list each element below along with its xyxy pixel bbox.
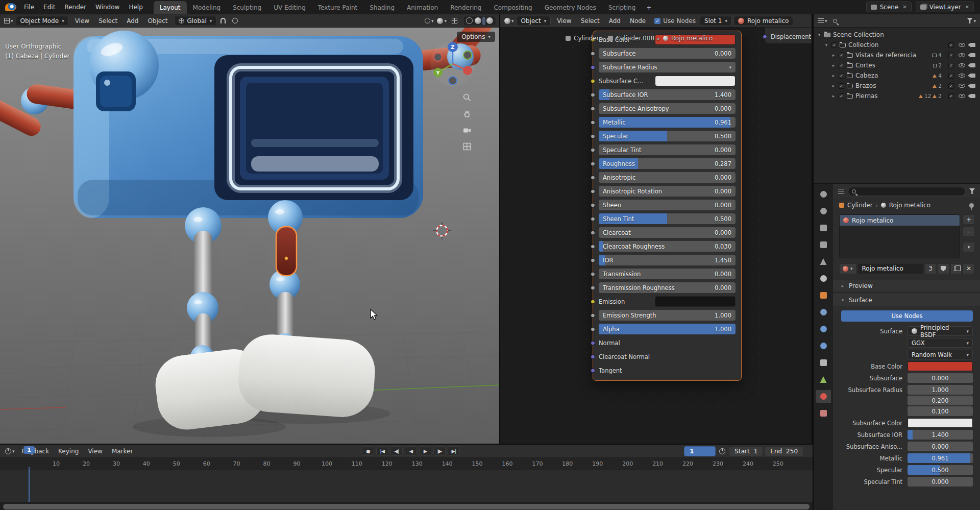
options-dropdown[interactable]: Options ▾ xyxy=(457,32,495,42)
normal-input-socket[interactable] xyxy=(591,341,595,345)
properties-tab-constraints[interactable] xyxy=(816,356,831,369)
outliner-search-icon[interactable] xyxy=(830,16,840,26)
properties-editor-icon[interactable] xyxy=(838,189,844,194)
remove-slot-button[interactable]: − xyxy=(963,227,975,237)
transmission-roughness-slider[interactable]: Transmission Roughness0.000 xyxy=(599,282,736,293)
disclosure-expand-icon[interactable]: ▸ xyxy=(831,93,836,99)
transmission-slider[interactable]: Transmission0.000 xyxy=(599,269,736,279)
material-slot-rojo-metalico[interactable]: Rojo metalico xyxy=(840,215,960,226)
subsurface-anisotropy-input-socket[interactable] xyxy=(591,106,595,111)
collection-checkbox[interactable]: ✓ xyxy=(839,93,844,99)
use-nodes-button[interactable]: Use Nodes xyxy=(841,310,973,322)
emission-swatch[interactable] xyxy=(655,296,736,307)
subsurface-radius-input-socket[interactable] xyxy=(591,65,595,69)
workspace-tab-scripting[interactable]: Scripting xyxy=(602,1,642,14)
auto-keyframe-button[interactable]: ● xyxy=(362,446,374,456)
users-count-button[interactable]: 3 xyxy=(925,263,936,274)
emission-strength-input-socket[interactable] xyxy=(591,313,595,318)
emission-input-socket[interactable] xyxy=(591,299,595,304)
selectability-checkbox[interactable]: ✓ xyxy=(948,93,954,99)
shader-menu-view[interactable]: View xyxy=(552,17,576,25)
toggle-xray-icon[interactable] xyxy=(449,16,459,26)
workspace-tab-rendering[interactable]: Rendering xyxy=(444,1,487,14)
alpha-input-socket[interactable] xyxy=(591,327,595,331)
properties-tab-scene[interactable] xyxy=(816,255,831,268)
properties-tab-render[interactable] xyxy=(816,205,831,217)
collection-checkbox[interactable]: ✓ xyxy=(839,73,844,79)
shader-canvas[interactable]: Displacement Base ColorSubsurface0.000Su… xyxy=(500,28,812,444)
workspace-tab-texture-paint[interactable]: Texture Paint xyxy=(312,1,363,14)
editor-type-selector[interactable]: ▾ xyxy=(4,447,16,456)
disable-in-render-camera-icon[interactable] xyxy=(970,94,975,98)
sheen-input-socket[interactable] xyxy=(591,203,595,207)
shader-menu-add[interactable]: Add xyxy=(604,17,625,25)
subsurface-c-swatch[interactable] xyxy=(655,76,736,86)
specular-tint-input-socket[interactable] xyxy=(591,148,595,152)
use-nodes-checkbox[interactable]: ✓ Use Nodes xyxy=(652,16,698,26)
current-frame-field[interactable]: 1 xyxy=(684,446,716,456)
properties-tab-material[interactable] xyxy=(816,390,831,403)
ior-slider[interactable]: IOR1.450 xyxy=(599,255,736,265)
collection-checkbox[interactable]: ✓ xyxy=(839,53,844,58)
fake-user-shield-button[interactable] xyxy=(937,263,949,274)
scene-selector[interactable]: Scene ✕ xyxy=(866,2,912,12)
hide-in-viewport-eye-icon[interactable] xyxy=(959,84,965,88)
properties-tab-modifiers[interactable] xyxy=(816,306,831,319)
viewport-menu-select[interactable]: Select xyxy=(94,17,122,25)
selectability-checkbox[interactable]: ✓ xyxy=(948,83,954,89)
slot-specials-menu[interactable]: ▾ xyxy=(963,242,975,252)
pin-icon[interactable] xyxy=(969,203,974,208)
selectability-checkbox[interactable]: ✓ xyxy=(948,42,954,48)
subsurface-ior-slider[interactable]: Subsurface IOR1.400 xyxy=(599,89,736,100)
workspace-tab-modeling[interactable]: Modeling xyxy=(187,1,227,14)
outliner-row-collection[interactable]: ▾✓Collection✓ xyxy=(814,40,980,50)
surface-section-header[interactable]: ▾ Surface xyxy=(833,294,980,306)
timeline-menu-marker[interactable]: Marker xyxy=(107,448,137,455)
viewport-menu-view[interactable]: View xyxy=(70,17,94,25)
workspace-tab-shading[interactable]: Shading xyxy=(363,1,401,14)
jump-to-end-button[interactable]: ▶| xyxy=(448,446,460,456)
timeline-track-area[interactable] xyxy=(0,470,813,502)
subsurface-input-socket[interactable] xyxy=(591,51,595,56)
emission-strength-slider[interactable]: Emission Strength1.000 xyxy=(599,310,736,321)
outliner-row-vistas-de-referencia[interactable]: ▸✓Vistas de referencia4✓ xyxy=(814,50,980,60)
transmission-input-socket[interactable] xyxy=(591,272,595,276)
timeline-menu-view[interactable]: View xyxy=(83,448,107,455)
browse-material-button[interactable]: ▾ xyxy=(839,263,856,274)
menu-edit[interactable]: Edit xyxy=(39,0,60,14)
workspace-tab-animation[interactable]: Animation xyxy=(401,1,444,14)
surface-dropdown[interactable]: Principled BSDF▾ xyxy=(908,326,973,336)
editor-type-selector[interactable]: ▾ xyxy=(503,16,515,26)
disclosure-collapse-icon[interactable]: ▾ xyxy=(817,32,822,37)
alpha-slider[interactable]: Alpha1.000 xyxy=(599,324,736,334)
slot-dropdown[interactable]: Slot 1 ▾ xyxy=(700,16,732,26)
subsurface-radius-field[interactable]: 1.000 xyxy=(908,385,973,395)
breadcrumb-material[interactable]: Rojo metalico xyxy=(889,202,930,209)
ggx-dropdown[interactable]: GGX▾ xyxy=(908,338,973,348)
navigation-gizmo[interactable]: Z Y xyxy=(430,41,476,87)
viewport-canvas[interactable]: User Orthographic (1) Cabeza | Cylinder … xyxy=(0,28,499,444)
menu-file[interactable]: File xyxy=(19,0,39,14)
play-reverse-button[interactable]: ◀ xyxy=(405,446,417,456)
subsurface-slider[interactable]: Subsurface0.000 xyxy=(599,48,736,59)
editor-type-selector[interactable]: ▾ xyxy=(3,16,14,26)
mode-dropdown[interactable]: Object Mode ▾ xyxy=(16,16,69,26)
viewport-menu-add[interactable]: Add xyxy=(122,17,143,25)
collection-checkbox[interactable]: ✓ xyxy=(839,83,844,89)
subsurface-ior-field[interactable]: 1.400 xyxy=(908,430,973,440)
gizmo-x-axis[interactable] xyxy=(463,66,472,75)
tangent-input-socket[interactable] xyxy=(591,368,595,373)
material-selector[interactable]: Rojo metalico xyxy=(733,16,793,26)
hide-in-viewport-eye-icon[interactable] xyxy=(959,43,965,47)
properties-tab-particles[interactable] xyxy=(816,323,831,335)
editor-type-selector[interactable]: ▾ xyxy=(817,16,828,26)
specular-field[interactable]: 0.500 xyxy=(908,465,973,475)
add-workspace-button[interactable]: + xyxy=(642,1,656,14)
disable-in-render-camera-icon[interactable] xyxy=(970,43,975,47)
subsurface-aniso-field[interactable]: 0.000 xyxy=(908,442,973,451)
next-keyframe-button[interactable]: |▶ xyxy=(433,446,446,456)
roughness-input-socket[interactable] xyxy=(591,161,595,166)
gizmo-neg-y-axis[interactable] xyxy=(463,51,472,59)
ior-input-socket[interactable] xyxy=(591,258,595,262)
shading-solid-button[interactable] xyxy=(475,17,481,24)
